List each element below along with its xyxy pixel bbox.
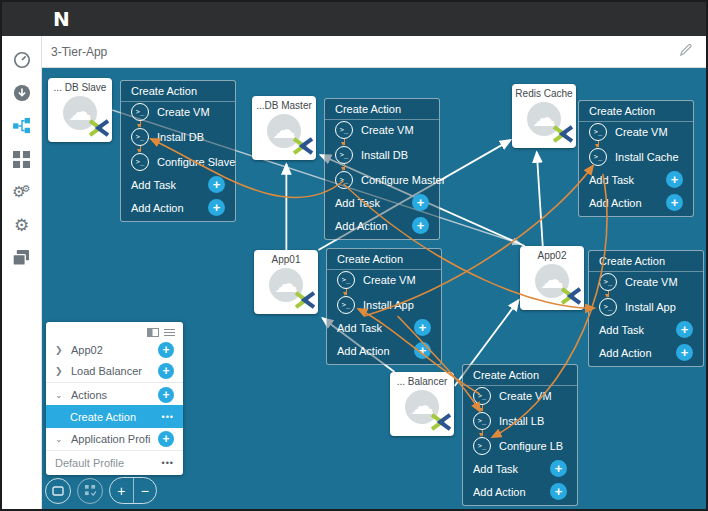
add-action-row[interactable]: Add Action+ <box>121 198 235 217</box>
task-create-vm[interactable]: >_Create VM <box>579 122 693 141</box>
panel-title: Create Action <box>121 81 235 102</box>
service-node-db-slave[interactable]: ... DB Slave ☁ <box>48 78 112 142</box>
edit-pencil-icon[interactable] <box>679 43 692 61</box>
add-action-plus-button[interactable]: + <box>208 199 225 216</box>
action-panel-redis: Create Action >_Create VM >_Install Cach… <box>578 100 694 217</box>
blueprint-outline-panel: ❯ App02 + ❯ Load Balancer + ⌄ Actions + <box>46 322 183 475</box>
service-node-app02[interactable]: App02 ☁ <box>520 246 584 310</box>
task-connector-arrow <box>608 291 609 297</box>
add-task-plus-button[interactable]: + <box>208 176 225 193</box>
sidebar: ⚙⚙ ⚙ <box>2 36 42 509</box>
panel-title: Create Action <box>327 249 441 270</box>
shell-task-icon: >_ <box>337 296 355 314</box>
add-task-plus-button[interactable]: + <box>412 194 429 211</box>
dashboard-gauge-icon[interactable] <box>12 50 32 70</box>
service-node-balancer[interactable]: ... Balancer ☁ <box>390 372 454 436</box>
shell-task-icon: >_ <box>131 103 149 121</box>
zoom-out-button[interactable]: − <box>134 478 157 503</box>
shell-task-icon: >_ <box>335 146 353 164</box>
fit-to-screen-button[interactable] <box>45 478 71 504</box>
card-view-icon[interactable] <box>147 323 159 341</box>
blueprint-canvas[interactable]: ... DB Slave ☁ ...DB Master ☁ Redis Cach… <box>42 68 706 509</box>
node-label: ... Balancer <box>390 376 454 387</box>
add-task-plus-button[interactable]: + <box>414 319 431 336</box>
add-button[interactable]: + <box>158 342 174 358</box>
task-connector-arrow <box>598 141 599 147</box>
add-action-row[interactable]: Add Action+ <box>579 193 693 212</box>
service-node-db-master[interactable]: ...DB Master ☁ <box>252 96 316 160</box>
add-task-row[interactable]: Add Task+ <box>325 193 439 212</box>
add-task-plus-button[interactable]: + <box>550 460 567 477</box>
more-options-icon[interactable]: ••• <box>162 458 174 468</box>
more-options-icon[interactable]: ••• <box>162 412 174 422</box>
add-action-plus-button[interactable]: + <box>666 194 683 211</box>
chevron-right-icon[interactable]: ❯ <box>55 366 64 376</box>
task-connector-arrow <box>482 430 483 436</box>
task-connector-arrow <box>344 164 345 170</box>
zoom-in-button[interactable]: + <box>110 478 134 503</box>
panel-title: Create Action <box>325 99 439 120</box>
service-node-redis-cache[interactable]: Redis Cache ☁ <box>512 84 576 148</box>
tree-item-load-balancer[interactable]: ❯ Load Balancer + <box>46 360 183 381</box>
panel-title: Create Action <box>579 101 693 122</box>
tree-item-application-profiles[interactable]: ⌄ Application Profiles + <box>46 428 183 449</box>
action-panel-balancer: Create Action >_Create VM >_Install LB >… <box>462 364 578 506</box>
add-task-plus-button[interactable]: + <box>666 171 683 188</box>
add-task-row[interactable]: Add Task+ <box>327 318 441 337</box>
task-create-vm[interactable]: >_Create VM <box>325 120 439 139</box>
node-label: App02 <box>520 250 584 261</box>
add-action-plus-button[interactable]: + <box>412 217 429 234</box>
panel-title: Create Action <box>463 365 577 386</box>
node-label: ... DB Slave <box>48 82 112 93</box>
tree-item-app02[interactable]: ❯ App02 + <box>46 339 183 360</box>
add-action-plus-button[interactable]: + <box>550 483 567 500</box>
shell-task-icon: >_ <box>589 123 607 141</box>
add-button[interactable]: + <box>158 431 174 447</box>
list-view-icon[interactable] <box>164 323 175 341</box>
task-create-vm[interactable]: >_Create VM <box>463 386 577 405</box>
add-task-row[interactable]: Add Task+ <box>589 320 703 339</box>
task-connector-arrow <box>140 146 141 152</box>
shell-task-icon: >_ <box>335 171 353 189</box>
tree-item-default-profile[interactable]: Default Profile ••• <box>46 452 183 473</box>
panel-title: Create Action <box>589 251 703 272</box>
shell-task-icon: >_ <box>131 153 149 171</box>
settings-gear-icon[interactable]: ⚙ <box>12 215 32 235</box>
blueprint-title: 3-Tier-App <box>51 45 107 59</box>
add-action-row[interactable]: Add Action+ <box>463 482 577 501</box>
task-connector-arrow <box>346 289 347 295</box>
nutanix-x-logo-icon <box>551 125 575 147</box>
marketplace-download-icon[interactable] <box>12 83 32 103</box>
nutanix-x-logo-icon <box>429 413 453 435</box>
add-action-row[interactable]: Add Action+ <box>325 216 439 235</box>
add-action-plus-button[interactable]: + <box>414 342 431 359</box>
add-button[interactable]: + <box>158 363 174 379</box>
app-window: N ⚙⚙ ⚙ 3-Tier-App <box>0 0 708 511</box>
task-create-vm[interactable]: >_Create VM <box>589 272 703 291</box>
tree-item-actions[interactable]: ⌄ Actions + <box>46 384 183 405</box>
arrange-layout-button[interactable] <box>77 478 103 504</box>
topbar: N <box>2 2 706 36</box>
add-action-plus-button[interactable]: + <box>676 344 693 361</box>
task-create-vm[interactable]: >_Create VM <box>121 102 235 121</box>
outline-header <box>46 322 183 339</box>
services-gears-icon[interactable]: ⚙⚙ <box>12 182 32 202</box>
add-action-row[interactable]: Add Action+ <box>589 343 703 362</box>
task-create-vm[interactable]: >_Create VM <box>327 270 441 289</box>
add-task-row[interactable]: Add Task+ <box>463 459 577 478</box>
chevron-down-icon[interactable]: ⌄ <box>55 434 64 444</box>
tree-item-create-action-selected[interactable]: Create Action ••• <box>46 405 183 428</box>
chevron-right-icon[interactable]: ❯ <box>55 345 64 355</box>
add-button[interactable]: + <box>158 387 174 403</box>
add-task-plus-button[interactable]: + <box>676 321 693 338</box>
blueprints-topology-icon[interactable] <box>12 116 32 136</box>
add-task-row[interactable]: Add Task+ <box>579 170 693 189</box>
service-node-app01[interactable]: App01 ☁ <box>254 250 318 314</box>
chevron-down-icon[interactable]: ⌄ <box>55 390 64 400</box>
projects-layers-icon[interactable] <box>12 248 32 268</box>
add-task-row[interactable]: Add Task+ <box>121 175 235 194</box>
task-connector-arrow <box>140 121 141 127</box>
apps-grid-icon[interactable] <box>12 149 32 169</box>
action-panel-db-master: Create Action >_Create VM >_Install DB >… <box>324 98 440 240</box>
add-action-row[interactable]: Add Action+ <box>327 341 441 360</box>
